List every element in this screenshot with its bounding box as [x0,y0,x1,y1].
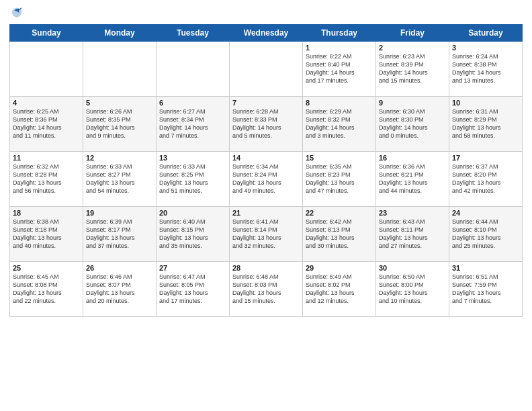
day-number: 10 [452,99,519,107]
day-info: Sunrise: 6:43 AM Sunset: 8:11 PM Dayligh… [379,218,446,250]
day-number: 17 [452,154,519,162]
calendar-day-cell: 21Sunrise: 6:41 AM Sunset: 8:14 PM Dayli… [230,207,303,262]
day-number: 8 [306,99,373,107]
day-number: 24 [452,209,519,217]
day-number: 16 [379,154,446,162]
calendar-day-cell: 17Sunrise: 6:37 AM Sunset: 8:20 PM Dayli… [449,152,523,207]
calendar-day-cell: 13Sunrise: 6:33 AM Sunset: 8:25 PM Dayli… [157,152,230,207]
day-info: Sunrise: 6:40 AM Sunset: 8:15 PM Dayligh… [159,218,226,250]
day-info: Sunrise: 6:25 AM Sunset: 8:36 PM Dayligh… [13,107,80,140]
day-info: Sunrise: 6:23 AM Sunset: 8:39 PM Dayligh… [379,52,446,85]
header [9,7,523,19]
day-number: 1 [306,44,373,52]
calendar-day-cell: 1Sunrise: 6:22 AM Sunset: 8:40 PM Daylig… [303,42,376,97]
day-info: Sunrise: 6:35 AM Sunset: 8:23 PM Dayligh… [306,163,373,195]
day-info: Sunrise: 6:37 AM Sunset: 8:20 PM Dayligh… [452,163,519,195]
day-info: Sunrise: 6:47 AM Sunset: 8:05 PM Dayligh… [159,273,226,306]
day-number: 21 [232,209,300,217]
day-info: Sunrise: 6:49 AM Sunset: 8:02 PM Dayligh… [306,273,373,306]
calendar-day-cell: 20Sunrise: 6:40 AM Sunset: 8:15 PM Dayli… [157,207,230,262]
day-info: Sunrise: 6:46 AM Sunset: 8:07 PM Dayligh… [86,273,153,306]
calendar-week-row: 11Sunrise: 6:32 AM Sunset: 8:28 PM Dayli… [10,152,523,207]
calendar-day-cell: 15Sunrise: 6:35 AM Sunset: 8:23 PM Dayli… [303,152,376,207]
day-info: Sunrise: 6:28 AM Sunset: 8:33 PM Dayligh… [232,107,300,140]
day-info: Sunrise: 6:45 AM Sunset: 8:08 PM Dayligh… [13,273,80,306]
calendar-day-cell: 4Sunrise: 6:25 AM Sunset: 8:36 PM Daylig… [10,97,83,152]
day-number: 6 [159,99,226,107]
calendar-day-cell [83,42,157,97]
day-info: Sunrise: 6:51 AM Sunset: 7:59 PM Dayligh… [452,273,519,306]
calendar-day-cell: 2Sunrise: 6:23 AM Sunset: 8:39 PM Daylig… [376,42,449,97]
logo-bird-icon [11,7,23,19]
day-number: 12 [86,154,153,162]
day-info: Sunrise: 6:39 AM Sunset: 8:17 PM Dayligh… [86,218,153,250]
day-info: Sunrise: 6:26 AM Sunset: 8:35 PM Dayligh… [86,107,153,140]
day-info: Sunrise: 6:33 AM Sunset: 8:27 PM Dayligh… [86,163,153,195]
day-info: Sunrise: 6:41 AM Sunset: 8:14 PM Dayligh… [232,218,300,250]
calendar-day-cell: 9Sunrise: 6:30 AM Sunset: 8:30 PM Daylig… [376,97,449,152]
calendar-day-cell: 18Sunrise: 6:38 AM Sunset: 8:18 PM Dayli… [10,207,83,262]
calendar-week-row: 4Sunrise: 6:25 AM Sunset: 8:36 PM Daylig… [10,97,523,152]
day-number: 25 [13,264,80,272]
day-number: 28 [232,264,300,272]
day-number: 18 [13,209,80,217]
day-info: Sunrise: 6:38 AM Sunset: 8:18 PM Dayligh… [13,218,80,250]
calendar-day-header: Monday [83,25,157,42]
calendar-day-cell: 28Sunrise: 6:48 AM Sunset: 8:03 PM Dayli… [230,262,303,317]
day-number: 19 [86,209,153,217]
day-number: 9 [379,99,446,107]
calendar-table: SundayMondayTuesdayWednesdayThursdayFrid… [9,24,523,317]
calendar-day-cell [230,42,303,97]
day-number: 4 [13,99,80,107]
calendar-day-cell: 31Sunrise: 6:51 AM Sunset: 7:59 PM Dayli… [449,262,523,317]
day-info: Sunrise: 6:29 AM Sunset: 8:32 PM Dayligh… [306,107,373,140]
calendar-day-cell: 16Sunrise: 6:36 AM Sunset: 8:21 PM Dayli… [376,152,449,207]
logo [9,7,23,19]
calendar-day-cell: 6Sunrise: 6:27 AM Sunset: 8:34 PM Daylig… [157,97,230,152]
calendar-day-cell [10,42,83,97]
day-number: 15 [306,154,373,162]
day-info: Sunrise: 6:42 AM Sunset: 8:13 PM Dayligh… [306,218,373,250]
day-info: Sunrise: 6:48 AM Sunset: 8:03 PM Dayligh… [232,273,300,306]
calendar-week-row: 25Sunrise: 6:45 AM Sunset: 8:08 PM Dayli… [10,262,523,317]
day-info: Sunrise: 6:27 AM Sunset: 8:34 PM Dayligh… [159,107,226,140]
calendar-day-header: Friday [376,25,449,42]
calendar-week-row: 1Sunrise: 6:22 AM Sunset: 8:40 PM Daylig… [10,42,523,97]
calendar-day-header: Thursday [303,25,376,42]
calendar-day-cell: 7Sunrise: 6:28 AM Sunset: 8:33 PM Daylig… [230,97,303,152]
day-info: Sunrise: 6:44 AM Sunset: 8:10 PM Dayligh… [452,218,519,250]
day-info: Sunrise: 6:31 AM Sunset: 8:29 PM Dayligh… [452,107,519,140]
day-number: 30 [379,264,446,272]
calendar-day-cell [157,42,230,97]
day-number: 7 [232,99,300,107]
calendar-header-row: SundayMondayTuesdayWednesdayThursdayFrid… [10,25,523,42]
calendar-day-cell: 29Sunrise: 6:49 AM Sunset: 8:02 PM Dayli… [303,262,376,317]
day-number: 11 [13,154,80,162]
calendar-day-cell: 10Sunrise: 6:31 AM Sunset: 8:29 PM Dayli… [449,97,523,152]
calendar-day-cell: 26Sunrise: 6:46 AM Sunset: 8:07 PM Dayli… [83,262,157,317]
calendar-day-header: Wednesday [230,25,303,42]
day-info: Sunrise: 6:22 AM Sunset: 8:40 PM Dayligh… [306,52,373,85]
day-number: 26 [86,264,153,272]
day-info: Sunrise: 6:30 AM Sunset: 8:30 PM Dayligh… [379,107,446,140]
calendar-day-cell: 30Sunrise: 6:50 AM Sunset: 8:00 PM Dayli… [376,262,449,317]
day-info: Sunrise: 6:33 AM Sunset: 8:25 PM Dayligh… [159,163,226,195]
day-number: 20 [159,209,226,217]
calendar-day-cell: 24Sunrise: 6:44 AM Sunset: 8:10 PM Dayli… [449,207,523,262]
day-info: Sunrise: 6:32 AM Sunset: 8:28 PM Dayligh… [13,163,80,195]
calendar-day-cell: 5Sunrise: 6:26 AM Sunset: 8:35 PM Daylig… [83,97,157,152]
calendar-day-header: Saturday [449,25,523,42]
day-number: 22 [306,209,373,217]
day-info: Sunrise: 6:50 AM Sunset: 8:00 PM Dayligh… [379,273,446,306]
day-number: 31 [452,264,519,272]
day-number: 5 [86,99,153,107]
calendar-day-cell: 3Sunrise: 6:24 AM Sunset: 8:38 PM Daylig… [449,42,523,97]
day-number: 3 [452,44,519,52]
day-number: 29 [306,264,373,272]
day-number: 23 [379,209,446,217]
calendar-day-cell: 14Sunrise: 6:34 AM Sunset: 8:24 PM Dayli… [230,152,303,207]
calendar-day-cell: 25Sunrise: 6:45 AM Sunset: 8:08 PM Dayli… [10,262,83,317]
day-info: Sunrise: 6:34 AM Sunset: 8:24 PM Dayligh… [232,163,300,195]
page-container: SundayMondayTuesdayWednesdayThursdayFrid… [0,0,532,411]
day-number: 13 [159,154,226,162]
